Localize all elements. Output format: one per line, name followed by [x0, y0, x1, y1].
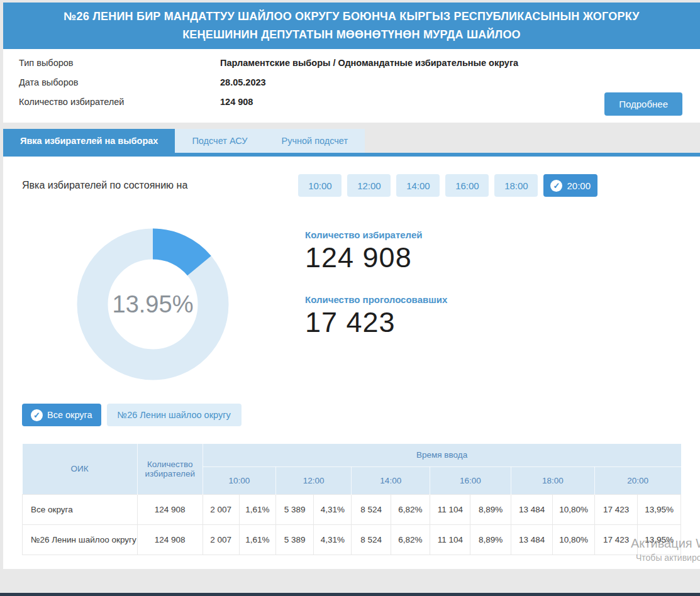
cell-pct-1400: 6,82% [391, 494, 430, 524]
turnout-donut-chart: 13.95% [77, 228, 229, 380]
cell-count-1400: 8 524 [352, 494, 391, 524]
turnout-percent-label: 13.95% [77, 228, 229, 380]
col-header-voters: Количество избирателей [137, 444, 203, 494]
district-filter-group: ✓ Все округа №26 Ленин шайлоо округу [22, 404, 681, 426]
check-icon: ✓ [31, 409, 43, 421]
info-label: Количество избирателей [19, 97, 220, 107]
tab-content-turnout: Явка избирателей по состоянию на 10:00 1… [3, 157, 700, 569]
tab-turnout[interactable]: Явка избирателей на выборах [3, 129, 175, 153]
cell-voters: 124 908 [137, 494, 203, 524]
time-button-label: 20:00 [567, 180, 591, 191]
info-row-election-date: Дата выборов 28.05.2023 [19, 77, 700, 87]
cell-pct-1600: 8,89% [470, 524, 511, 555]
cell-pct-1000: 1,61% [239, 494, 275, 524]
tab-asu-count[interactable]: Подсчет АСУ [175, 129, 264, 153]
filter-district-26-lenin[interactable]: №26 Ленин шайлоо округу [107, 404, 242, 426]
cell-count-2000: 17 423 [594, 494, 638, 524]
info-value: 28.05.2023 [220, 77, 266, 87]
cell-oik-name: №26 Ленин шайлоо округу [23, 524, 138, 555]
col-header-time-1200: 12:00 [275, 466, 351, 494]
election-page: №26 ЛЕНИН БИР МАНДАТТУУ ШАЙЛОО ОКРУГУ БО… [3, 0, 700, 593]
cell-count-1200: 5 389 [275, 524, 313, 555]
turnout-header-row: Явка избирателей по состоянию на 10:00 1… [22, 174, 681, 197]
cell-pct-1400: 6,82% [391, 524, 430, 555]
time-button-1400[interactable]: 14:00 [396, 174, 440, 197]
tab-bar: Явка избирателей на выборах Подсчет АСУ … [3, 129, 700, 153]
cell-count-1000: 2 007 [203, 494, 239, 524]
info-label: Дата выборов [19, 77, 220, 87]
turnout-chart-row: 13.95% Количество избирателей 124 908 Ко… [22, 228, 681, 380]
col-header-oik: ОИК [23, 444, 138, 494]
cell-count-1800: 13 484 [511, 524, 552, 555]
windows-activation-watermark: Активация W Чтобы активиро [631, 536, 700, 563]
turnout-section-label: Явка избирателей по состоянию на [22, 180, 187, 191]
cell-voters: 124 908 [137, 524, 203, 555]
info-row-voter-count: Количество избирателей 124 908 [19, 97, 700, 107]
cell-pct-1200: 4,31% [314, 524, 352, 555]
voters-count-value: 124 908 [305, 241, 447, 274]
info-row-election-type: Тип выборов Парламентские выборы / Одном… [19, 58, 700, 68]
check-icon: ✓ [550, 180, 562, 192]
time-button-group: 10:00 12:00 14:00 16:00 18:00 ✓ 20:00 [292, 174, 597, 197]
table-row-all-districts: Все округа 124 908 2 007 1,61% 5 389 4,3… [23, 494, 681, 524]
info-value: Парламентские выборы / Одномандатные изб… [220, 58, 518, 68]
col-header-time-2000: 20:00 [594, 466, 681, 494]
filter-all-districts-selected[interactable]: ✓ Все округа [22, 404, 101, 426]
cell-pct-1200: 4,31% [314, 494, 352, 524]
cell-pct-1800: 10,80% [553, 494, 594, 524]
footer-spacer [3, 569, 700, 593]
cell-count-1600: 11 104 [430, 524, 470, 555]
voted-count-label: Количество проголосовавших [305, 294, 447, 305]
cell-count-1000: 2 007 [203, 524, 239, 555]
turnout-stats: Количество избирателей 124 908 Количеств… [305, 228, 447, 380]
col-header-time-1400: 14:00 [352, 466, 430, 494]
info-label: Тип выборов [19, 58, 220, 68]
col-header-time-1800: 18:00 [511, 466, 594, 494]
election-info-card: Тип выборов Парламентские выборы / Одном… [3, 49, 700, 123]
bottom-taskbar-edge [0, 593, 700, 596]
page-header: №26 ЛЕНИН БИР МАНДАТТУУ ШАЙЛОО ОКРУГУ БО… [3, 3, 700, 49]
time-button-1000[interactable]: 10:00 [298, 174, 342, 197]
cell-oik-name: Все округа [23, 494, 138, 524]
watermark-line-2: Чтобы активиро [631, 553, 700, 563]
voters-count-label: Количество избирателей [305, 229, 447, 240]
cell-count-1800: 13 484 [511, 494, 552, 524]
details-button[interactable]: Подробнее [604, 92, 682, 116]
info-value: 124 908 [220, 97, 253, 107]
tab-manual-count[interactable]: Ручной подсчет [264, 129, 365, 153]
col-header-time-1600: 16:00 [430, 466, 511, 494]
tab-group: Подсчет АСУ Ручной подсчет [175, 129, 365, 153]
filter-label: Все округа [47, 410, 92, 420]
time-button-1200[interactable]: 12:00 [347, 174, 391, 197]
cell-pct-1000: 1,61% [239, 524, 275, 555]
time-button-1600[interactable]: 16:00 [445, 174, 489, 197]
time-button-1800[interactable]: 18:00 [494, 174, 538, 197]
voted-count-value: 17 423 [305, 306, 447, 339]
cell-count-1400: 8 524 [352, 524, 391, 555]
table-header-row-top: ОИК Количество избирателей Время ввода [23, 444, 681, 466]
cell-pct-1600: 8,89% [470, 494, 511, 524]
cell-pct-1800: 10,80% [553, 524, 594, 555]
time-button-2000-selected[interactable]: ✓ 20:00 [543, 174, 597, 197]
cell-pct-2000: 13,95% [638, 494, 681, 524]
cell-count-1200: 5 389 [275, 494, 313, 524]
table-row-district-26-lenin: №26 Ленин шайлоо округу 124 908 2 007 1,… [23, 524, 681, 555]
col-header-entry-time: Время ввода [203, 444, 681, 466]
col-header-time-1000: 10:00 [203, 466, 275, 494]
page-title: №26 ЛЕНИН БИР МАНДАТТУУ ШАЙЛОО ОКРУГУ БО… [32, 8, 671, 44]
watermark-line-1: Активация W [631, 536, 700, 551]
turnout-table: ОИК Количество избирателей Время ввода 1… [22, 444, 681, 555]
cell-count-1600: 11 104 [430, 494, 470, 524]
